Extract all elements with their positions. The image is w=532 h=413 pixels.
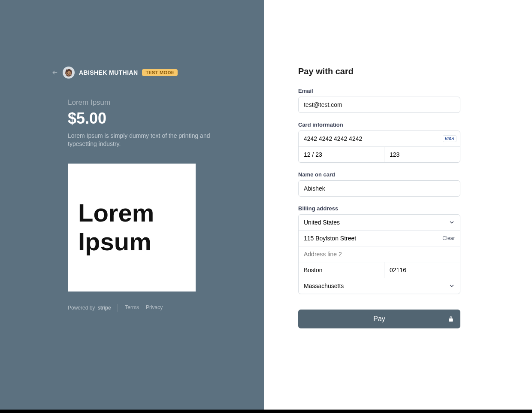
product-image-placeholder-text: Lorem Ipsum	[78, 199, 185, 256]
state-select[interactable]	[299, 278, 460, 294]
terms-link[interactable]: Terms	[125, 304, 139, 311]
billing-address-label: Billing address	[298, 205, 460, 212]
card-expiry-input[interactable]	[299, 147, 384, 162]
summary-panel: 🧔🏽 ABISHEK MUTHIAN TEST MODE Lorem Ipsum…	[0, 0, 264, 410]
email-input[interactable]	[298, 97, 460, 113]
city-input[interactable]	[299, 262, 384, 278]
merchant-name: ABISHEK MUTHIAN	[79, 69, 138, 76]
pay-button[interactable]: Pay	[298, 310, 460, 328]
payment-form: Pay with card Email Card information VIS…	[298, 67, 460, 328]
powered-by: Powered by stripe	[68, 305, 111, 311]
powered-by-label: Powered by	[68, 305, 95, 311]
email-label: Email	[298, 88, 460, 94]
footer: Powered by stripe Terms Privacy	[68, 304, 163, 312]
postal-code-input[interactable]	[384, 262, 460, 278]
pay-button-label: Pay	[373, 315, 385, 323]
product-price: $5.00	[68, 109, 264, 128]
footer-divider	[118, 304, 118, 312]
privacy-link[interactable]: Privacy	[146, 304, 163, 311]
clear-address-button[interactable]: Clear	[442, 235, 455, 241]
card-info-group: VISA	[298, 131, 460, 163]
card-info-label: Card information	[298, 121, 460, 128]
merchant-avatar: 🧔🏽	[63, 67, 75, 79]
test-mode-badge: TEST MODE	[142, 69, 178, 76]
product-description: Lorem Ipsum is simply dummy text of the …	[68, 132, 222, 148]
back-arrow-icon[interactable]	[51, 69, 58, 76]
merchant-row: 🧔🏽 ABISHEK MUTHIAN TEST MODE	[51, 67, 264, 79]
address-line2-input[interactable]	[299, 246, 460, 262]
form-heading: Pay with card	[298, 67, 460, 76]
address-line1-input[interactable]	[299, 231, 442, 246]
name-on-card-label: Name on card	[298, 171, 460, 178]
card-number-input[interactable]	[299, 131, 443, 146]
payment-panel: Pay with card Email Card information VIS…	[264, 0, 532, 410]
product-title: Lorem Ipsum	[68, 98, 264, 107]
product-image: Lorem Ipsum	[68, 164, 196, 292]
name-on-card-input[interactable]	[298, 180, 460, 197]
card-cvc-input[interactable]	[384, 147, 460, 162]
country-select[interactable]	[299, 215, 460, 230]
billing-address-group: Clear	[298, 214, 460, 294]
lock-icon	[447, 316, 454, 322]
window-bottom-bar	[0, 410, 532, 413]
card-brand-icon: VISA	[443, 135, 456, 142]
stripe-logo: stripe	[97, 305, 111, 311]
